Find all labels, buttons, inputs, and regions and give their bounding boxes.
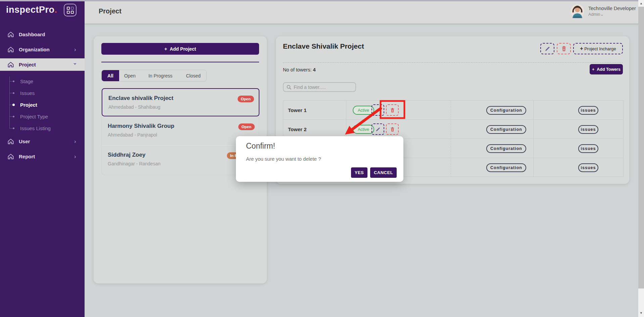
sidebar-item-label: Organization [19, 47, 50, 52]
plus-icon: + [164, 46, 167, 52]
tab-in-progress[interactable]: In Progress [141, 70, 180, 81]
tab-all[interactable]: All [102, 70, 119, 81]
delete-tower-button[interactable] [386, 104, 399, 116]
page-title: Project [99, 7, 121, 15]
sidebar-subitem-project-type[interactable]: Project Type [0, 112, 85, 120]
configuration-button[interactable]: Configuration [486, 144, 526, 153]
edit-tower-button[interactable] [371, 123, 384, 135]
sidebar-item-user[interactable]: User › [0, 135, 85, 148]
chevron-right-icon: › [74, 153, 76, 160]
sidebar-item-report[interactable]: Report › [0, 150, 85, 163]
app-logo: inspectPro. [6, 5, 57, 15]
scrollbar[interactable]: ▲ ▼ [638, 0, 644, 317]
configuration-button[interactable]: Configuration [486, 106, 526, 115]
bullet-icon [13, 92, 14, 94]
scroll-down-icon[interactable]: ▼ [638, 311, 644, 315]
tab-closed[interactable]: Closed [180, 70, 206, 81]
tower-name: Tower 1 [288, 101, 307, 120]
towers-count: No of towers: 4 [283, 67, 316, 72]
tower-search-input[interactable] [294, 85, 351, 90]
sidebar-subitem-project[interactable]: Project [0, 101, 85, 109]
status-badge: Open [238, 96, 254, 102]
issues-button[interactable]: issues [578, 163, 598, 172]
subitem-label: Issues Listing [20, 125, 51, 131]
home-icon [7, 138, 14, 145]
user-role: Admin⌄ [588, 12, 636, 17]
table-row-tower-1: Tower 1 Active Configuration issues [283, 101, 623, 120]
plus-icon: + [580, 46, 583, 52]
top-strip [0, 0, 644, 1]
sidebar-collapse-button[interactable] [64, 4, 77, 16]
delete-project-button[interactable] [557, 43, 571, 54]
user-name: Technoville Developer [588, 6, 636, 11]
sidebar-item-organization[interactable]: Organization › [0, 43, 85, 56]
app-frame: inspectPro. Dashboard Organization › Pro… [0, 0, 644, 317]
logo-dot: . [55, 5, 57, 15]
bullet-icon [12, 104, 15, 106]
scroll-up-icon[interactable]: ▲ [638, 2, 644, 5]
project-location: Gandhinagar - Randesan [108, 161, 160, 166]
edit-tower-button[interactable] [371, 104, 384, 116]
status-badge: Open [238, 123, 255, 130]
yes-button[interactable]: YES [351, 167, 367, 178]
bullet-icon [13, 127, 14, 129]
trash-icon [561, 46, 566, 51]
project-name: Harmony Shivalik Group [108, 123, 174, 129]
bullet-icon [13, 81, 14, 82]
tab-open[interactable]: Open [119, 70, 141, 81]
dialog-title: Confirm! [246, 142, 275, 151]
sidebar-item-project[interactable]: Project › [0, 58, 85, 71]
home-icon [7, 31, 14, 38]
issues-button[interactable]: issues [578, 144, 598, 153]
configuration-button[interactable]: Configuration [486, 163, 526, 172]
add-project-button[interactable]: + Add Project [101, 43, 259, 55]
sidebar-subitem-issues[interactable]: Issues [0, 89, 85, 97]
sidebar-subitem-stage[interactable]: Stage [0, 77, 85, 85]
project-incharge-button[interactable]: + Project Incharge [573, 43, 623, 54]
issues-button[interactable]: issues [578, 106, 598, 115]
user-menu[interactable]: Technoville Developer Admin⌄ [571, 4, 636, 18]
status-badge-active[interactable]: Active [353, 125, 374, 134]
scrollbar-thumb[interactable] [638, 7, 644, 288]
edit-project-button[interactable] [540, 43, 554, 54]
status-badge-active[interactable]: Active [353, 106, 374, 115]
project-location: Ahmedabad - Panjrapol [108, 132, 157, 138]
tower-search [283, 82, 356, 92]
subitem-label: Project [20, 102, 37, 108]
home-icon [7, 153, 14, 160]
add-towers-button[interactable]: + Add Towers [590, 64, 623, 74]
configuration-button[interactable]: Configuration [486, 125, 526, 134]
grid-icon [67, 7, 74, 14]
sidebar-item-dashboard[interactable]: Dashboard [0, 28, 85, 41]
project-location: Ahmedabad - Shahibaug [108, 104, 160, 110]
home-icon [7, 61, 14, 68]
project-list: Enclave shivalik Project Ahmedabad - Sha… [101, 88, 259, 175]
caret-down-icon: ⌄ [600, 12, 603, 17]
cancel-button[interactable]: CANCEL [370, 167, 397, 178]
delete-tower-button[interactable] [386, 123, 399, 135]
trash-icon [390, 127, 395, 132]
sidebar-item-label: Dashboard [19, 32, 45, 37]
dashed-divider [283, 62, 623, 63]
chevron-right-icon: › [74, 46, 76, 53]
search-icon [286, 85, 292, 90]
avatar [571, 4, 584, 18]
pencil-icon [376, 108, 381, 113]
pencil-icon [545, 46, 550, 52]
top-header: Project Technoville Developer Admin⌄ [85, 0, 644, 23]
sidebar: inspectPro. Dashboard Organization › Pro… [0, 0, 85, 317]
plus-icon: + [592, 67, 594, 72]
sidebar-item-label: Report [19, 154, 35, 159]
sidebar-subitem-issues-listing[interactable]: Issues Listing [0, 124, 85, 132]
dialog-message: Are you sure you want to delete ? [246, 156, 321, 162]
project-name: Siddhraj Zoey [108, 152, 145, 158]
subitem-label: Issues [20, 90, 35, 96]
issues-button[interactable]: issues [578, 125, 598, 134]
sidebar-item-label: User [19, 139, 30, 144]
project-detail-title: Enclave Shivalik Project [283, 42, 364, 50]
trash-icon [390, 108, 395, 113]
sidebar-item-label: Project [19, 62, 36, 67]
project-card-enclave[interactable]: Enclave shivalik Project Ahmedabad - Sha… [102, 88, 259, 116]
project-name: Enclave shivalik Project [108, 95, 174, 102]
chevron-down-icon: › [72, 63, 79, 65]
